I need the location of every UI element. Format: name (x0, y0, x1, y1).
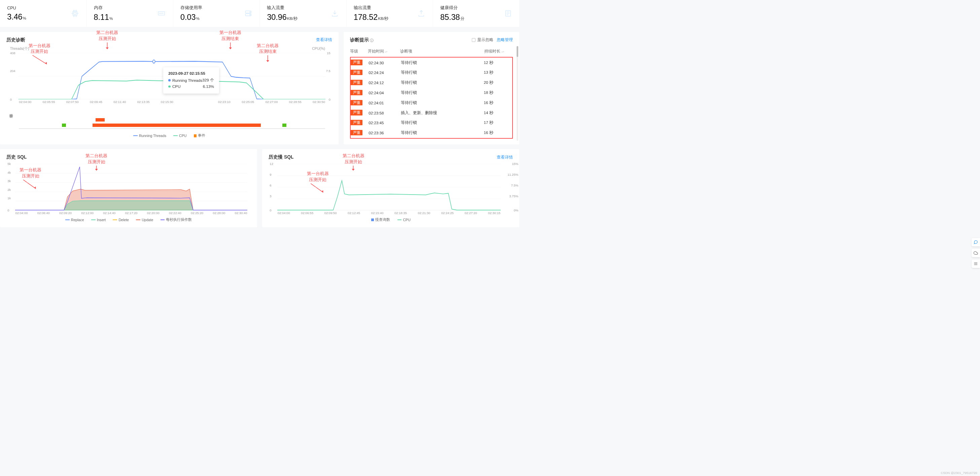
legend-item[interactable]: Update (136, 218, 153, 222)
table-row[interactable]: 严重02:23:58插入、更新、删除慢14 秒 (351, 108, 512, 118)
download-icon (331, 9, 339, 18)
legend-item[interactable]: Running Threads (133, 133, 166, 138)
event-marker-green (62, 124, 66, 127)
panel-title: 历史慢 SQL (269, 154, 293, 160)
metric-value: 178.52 (354, 13, 378, 22)
cpu-icon (71, 9, 79, 18)
metric-label: 输出流量 (354, 5, 388, 11)
metric-label: 内存 (94, 5, 113, 11)
panel-title: 诊断提示i (350, 37, 374, 43)
highlighted-rows-box: 严重02:24:30等待行锁12 秒 严重02:24:24等待行锁13 秒 严重… (350, 57, 513, 139)
metric-card-memory: 内存 8.11% (86, 0, 173, 27)
svg-point-26 (153, 60, 155, 63)
col-duration[interactable]: 持续时长▵▿ (484, 49, 513, 54)
storage-icon (244, 9, 252, 18)
svg-point-17 (250, 12, 250, 13)
legend-item[interactable]: Delete (113, 218, 129, 222)
panel-title: 历史诊断 (6, 37, 25, 43)
col-item[interactable]: 诊断项 (400, 49, 485, 54)
slow-sql-panel: 历史慢 SQL 查看详情 第一台机器压测开始 第二台机器压测开始 12 9 (262, 149, 519, 227)
metric-label: 存储使用率 (180, 5, 202, 11)
metric-card-outbound: 输出流量 178.52KB/秒 (347, 0, 433, 27)
table-row[interactable]: 严重02:24:04等待行锁18 秒 (351, 88, 512, 98)
metric-card-storage: 存储使用率 0.03% (173, 0, 259, 27)
diagnosis-panel: 诊断提示i 显示忽略 忽略管理 等级 开始时间▵▿ 诊断项 持续时长▵▿ 严重0… (344, 32, 519, 145)
col-start-time[interactable]: 开始时间▵▿ (368, 49, 400, 54)
metric-unit: % (110, 16, 113, 21)
scrollbar[interactable] (517, 46, 518, 141)
level-badge: 严重 (351, 60, 363, 65)
metric-value: 85.38 (440, 13, 460, 22)
view-details-link[interactable]: 查看详情 (316, 37, 332, 42)
event-marker-green (282, 124, 287, 127)
legend-item[interactable]: CPU (398, 218, 410, 222)
chart-tooltip: 2023-09-27 02:15:55 Running Threads 329 … (163, 67, 219, 94)
legend-item[interactable]: Insert (91, 218, 106, 222)
history-chart[interactable]: 408 204 0 15 7.5 0 2023-09-27 02:15:55 R… (6, 53, 332, 100)
metric-value: 3.46 (7, 13, 22, 22)
metric-card-cpu: CPU 3.46 % (0, 0, 86, 27)
table-row[interactable]: 严重02:24:01等待行锁16 秒 (351, 98, 512, 108)
table-row[interactable]: 严重02:23:45等待行锁17 秒 (351, 118, 512, 128)
metric-unit: 分 (460, 16, 465, 21)
metric-value: 30.96 (267, 13, 286, 22)
report-icon (504, 9, 512, 18)
legend-item[interactable]: 事件 (194, 133, 205, 138)
sql-chart[interactable]: 5k 4k 3k 2k 1k 0 (6, 164, 251, 210)
svg-rect-0 (73, 11, 77, 16)
table-row[interactable]: 严重02:24:12等待行锁20 秒 (351, 78, 512, 88)
svg-rect-1 (74, 13, 76, 14)
y-left-label: Threads(个) (10, 46, 29, 51)
metric-unit: KB/秒 (287, 16, 298, 21)
table-row[interactable]: 严重02:23:36等待行锁16 秒 (351, 128, 512, 138)
sql-history-panel: 历史 SQL 第一台机器压测开始 第二台机器压测开始 (0, 149, 257, 227)
metric-unit: KB/秒 (378, 16, 388, 21)
svg-point-18 (250, 14, 250, 15)
table-row[interactable]: 严重02:24:24等待行锁13 秒 (351, 68, 512, 78)
info-icon[interactable]: i (370, 39, 374, 42)
col-level[interactable]: 等级 (350, 49, 368, 54)
upload-icon (417, 9, 425, 18)
metric-label: 输入流量 (267, 5, 297, 11)
table-row[interactable]: 严重02:24:30等待行锁12 秒 (351, 57, 512, 68)
chart-legend: Running Threads CPU 事件 (6, 133, 332, 138)
metric-unit: % (196, 16, 199, 21)
metric-label: 健康得分 (440, 5, 464, 11)
y-right-label: CPU(%) (312, 46, 325, 51)
event-marker-orange (92, 124, 261, 127)
metric-value: 0.03 (180, 13, 196, 22)
metric-value: 8.11 (94, 13, 109, 22)
history-diagnosis-panel: 历史诊断 查看详情 第一台机器 压测开始 第二台机器 压测开始 第一台机器 压测… (0, 32, 339, 145)
event-bar-area: 诊断事件 (6, 106, 332, 131)
show-ignored-checkbox[interactable]: 显示忽略 (472, 37, 493, 42)
x-axis-ticks: 02:04:0002:05:5502:07:5002:09:4502:11:40… (6, 99, 332, 103)
metric-card-health: 健康得分 85.38分 (433, 0, 519, 27)
table-header: 等级 开始时间▵▿ 诊断项 持续时长▵▿ (350, 46, 513, 56)
metric-card-inbound: 输入流量 30.96KB/秒 (260, 0, 346, 27)
metrics-row: CPU 3.46 % 内存 8.11% 存储使用率 0.03% 输入流量 30.… (0, 0, 519, 27)
legend-item[interactable]: CPU (173, 133, 186, 138)
scrollbar-thumb[interactable] (517, 46, 518, 57)
metric-unit: % (23, 16, 26, 20)
metric-label: CPU (7, 5, 26, 10)
svg-rect-10 (158, 12, 165, 16)
event-marker-orange (95, 118, 105, 122)
memory-icon (157, 9, 165, 18)
legend-item[interactable]: 慢查询数 (371, 218, 390, 222)
legend-item[interactable]: 每秒执行操作数 (161, 218, 192, 222)
slow-sql-chart[interactable]: 12 9 6 3 0 15% 11.25% 7.5% 3.75% 0% (269, 164, 513, 210)
panel-title: 历史 SQL (6, 154, 27, 160)
view-details-link[interactable]: 查看详情 (497, 155, 513, 160)
manage-ignores-link[interactable]: 忽略管理 (497, 37, 513, 42)
tooltip-time: 2023-09-27 02:15:55 (168, 71, 214, 75)
legend-item[interactable]: Replace (65, 218, 84, 222)
